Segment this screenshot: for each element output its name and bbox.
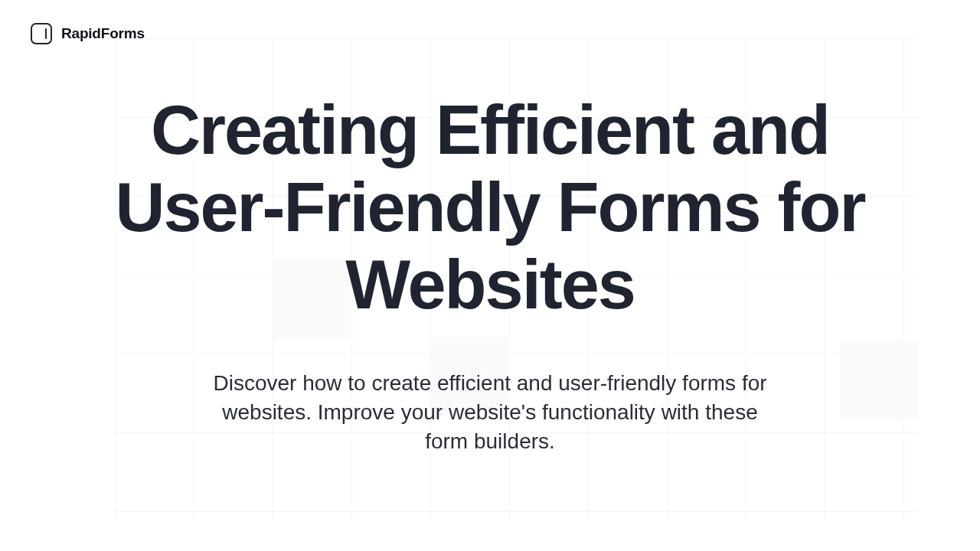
page-title: Creating Efficient and User-Friendly For… (61, 92, 919, 323)
logo-icon (31, 23, 52, 44)
brand-name: RapidForms (61, 25, 145, 42)
page-subtitle: Discover how to create efficient and use… (199, 369, 781, 455)
header: RapidForms (31, 23, 145, 44)
hero-content: Creating Efficient and User-Friendly For… (0, 92, 980, 456)
